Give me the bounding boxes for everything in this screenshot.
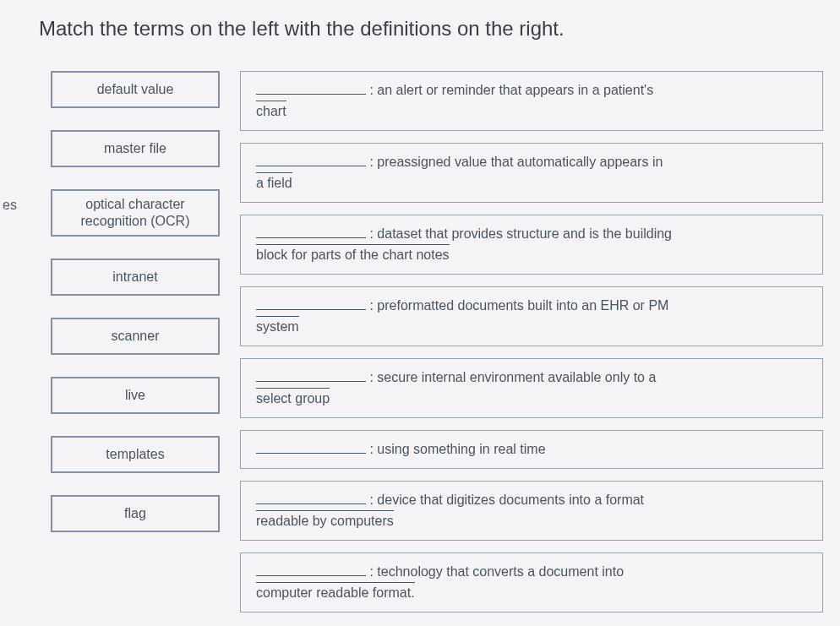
definition-wrap: computer readable format. [256, 582, 415, 603]
term-card[interactable]: default value [51, 71, 220, 108]
definition-text: preformatted documents built into an EHR… [377, 298, 668, 313]
colon: : [369, 564, 377, 579]
definition-text: an alert or reminder that appears in a p… [377, 83, 653, 97]
definition-wrap: system [256, 316, 299, 337]
definition-text: secure internal environment available on… [377, 370, 656, 384]
colon: : [369, 370, 377, 384]
terms-column: default value master file optical charac… [51, 71, 220, 532]
page-title: Match the terms on the left with the def… [39, 17, 823, 41]
colon: : [369, 83, 377, 97]
colon: : [369, 226, 377, 241]
term-card[interactable]: master file [51, 130, 220, 167]
colon: : [369, 298, 377, 313]
cutoff-text-fragment: es [0, 71, 17, 213]
definition-row[interactable]: : using something in real time [240, 430, 823, 469]
definition-row[interactable]: : preassigned value that automatically a… [240, 143, 823, 203]
definition-wrap: block for parts of the chart notes [256, 244, 450, 265]
term-card[interactable]: templates [51, 436, 220, 473]
drop-target-blank[interactable] [256, 440, 366, 454]
colon: : [369, 493, 377, 507]
term-card[interactable]: optical character recognition (OCR) [51, 189, 220, 237]
colon: : [369, 442, 377, 456]
drop-target-blank[interactable] [256, 225, 366, 238]
drop-target-blank[interactable] [256, 81, 366, 95]
definitions-column: : an alert or reminder that appears in a… [240, 71, 823, 612]
definition-text: using something in real time [377, 442, 545, 456]
definition-wrap: select group [256, 388, 330, 409]
colon: : [369, 155, 377, 169]
definition-text: device that digitizes documents into a f… [377, 493, 644, 507]
drop-target-blank[interactable] [256, 153, 366, 166]
definition-wrap: readable by computers [256, 510, 394, 531]
definition-wrap: a field [256, 172, 292, 193]
drop-target-blank[interactable] [256, 563, 366, 576]
definition-row[interactable]: : device that digitizes documents into a… [240, 481, 823, 541]
term-card[interactable]: live [51, 377, 220, 414]
term-card[interactable]: scanner [51, 318, 220, 355]
definition-text: technology that converts a document into [377, 564, 624, 579]
term-card[interactable]: intranet [51, 259, 220, 296]
drop-target-blank[interactable] [256, 368, 366, 382]
definition-row[interactable]: : dataset that provides structure and is… [240, 215, 823, 275]
definition-text: dataset that provides structure and is t… [377, 226, 672, 241]
drop-target-blank[interactable] [256, 491, 366, 504]
term-card[interactable]: flag [51, 495, 220, 532]
definition-wrap: chart [256, 101, 286, 122]
definition-row[interactable]: : technology that converts a document in… [240, 553, 823, 612]
definition-text: preassigned value that automatically app… [377, 155, 663, 169]
definition-row[interactable]: : preformatted documents built into an E… [240, 286, 823, 346]
definition-row[interactable]: : an alert or reminder that appears in a… [240, 71, 823, 131]
definition-row[interactable]: : secure internal environment available … [240, 358, 823, 418]
drop-target-blank[interactable] [256, 297, 366, 310]
